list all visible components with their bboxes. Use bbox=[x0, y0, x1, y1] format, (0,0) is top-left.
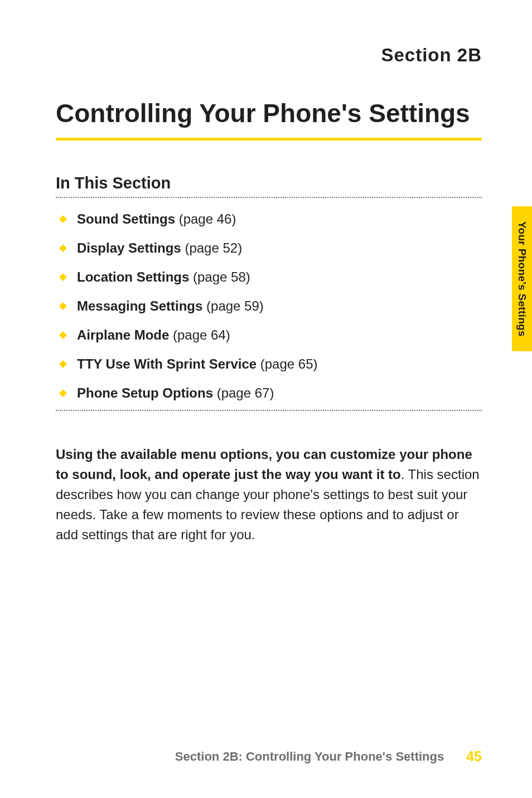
diamond-bullet-icon bbox=[59, 360, 67, 368]
toc-label: Location Settings bbox=[77, 269, 189, 284]
toc-item: Display Settings (page 52) bbox=[56, 235, 482, 262]
toc-page-ref: (page 67) bbox=[213, 385, 274, 400]
diamond-bullet-icon bbox=[59, 302, 67, 310]
toc-label: Airplane Mode bbox=[77, 327, 169, 342]
toc-item: TTY Use With Sprint Service (page 65) bbox=[56, 351, 482, 378]
footer-section-title: Section 2B: Controlling Your Phone's Set… bbox=[175, 749, 444, 764]
toc-list: Sound Settings (page 46) Display Setting… bbox=[56, 206, 482, 407]
page-footer: Section 2B: Controlling Your Phone's Set… bbox=[56, 748, 482, 765]
section-label: Section 2B bbox=[56, 45, 482, 66]
diamond-bullet-icon bbox=[59, 389, 67, 397]
toc-item: Messaging Settings (page 59) bbox=[56, 293, 482, 320]
toc-label: Messaging Settings bbox=[77, 298, 202, 313]
side-tab: Your Phone's Settings bbox=[512, 206, 532, 351]
body-paragraph: Using the available menu options, you ca… bbox=[56, 444, 482, 545]
footer-page-number: 45 bbox=[466, 748, 482, 765]
toc-item: Airplane Mode (page 64) bbox=[56, 322, 482, 349]
title-underline bbox=[56, 138, 482, 141]
toc-page-ref: (page 46) bbox=[175, 211, 236, 226]
page-title: Controlling Your Phone's Settings bbox=[56, 99, 482, 128]
toc-item: Location Settings (page 58) bbox=[56, 264, 482, 291]
toc-page-ref: (page 52) bbox=[181, 240, 242, 255]
diamond-bullet-icon bbox=[59, 331, 67, 339]
toc-label: TTY Use With Sprint Service bbox=[77, 356, 257, 371]
in-this-section-heading: In This Section bbox=[56, 174, 482, 192]
toc-page-ref: (page 59) bbox=[202, 298, 263, 313]
diamond-bullet-icon bbox=[59, 273, 67, 281]
toc-page-ref: (page 64) bbox=[169, 327, 230, 342]
toc-label: Phone Setup Options bbox=[77, 385, 213, 400]
body-period: . bbox=[401, 467, 408, 482]
diamond-bullet-icon bbox=[59, 244, 67, 252]
dotted-divider-bottom bbox=[56, 410, 482, 411]
toc-page-ref: (page 65) bbox=[257, 356, 317, 371]
toc-label: Sound Settings bbox=[77, 211, 175, 226]
diamond-bullet-icon bbox=[59, 215, 67, 223]
toc-page-ref: (page 58) bbox=[189, 269, 250, 284]
toc-item: Sound Settings (page 46) bbox=[56, 206, 482, 233]
side-tab-label: Your Phone's Settings bbox=[516, 221, 528, 337]
dotted-divider-top bbox=[56, 197, 482, 198]
toc-item: Phone Setup Options (page 67) bbox=[56, 380, 482, 407]
page: Section 2B Controlling Your Phone's Sett… bbox=[0, 0, 532, 798]
toc-label: Display Settings bbox=[77, 240, 181, 255]
